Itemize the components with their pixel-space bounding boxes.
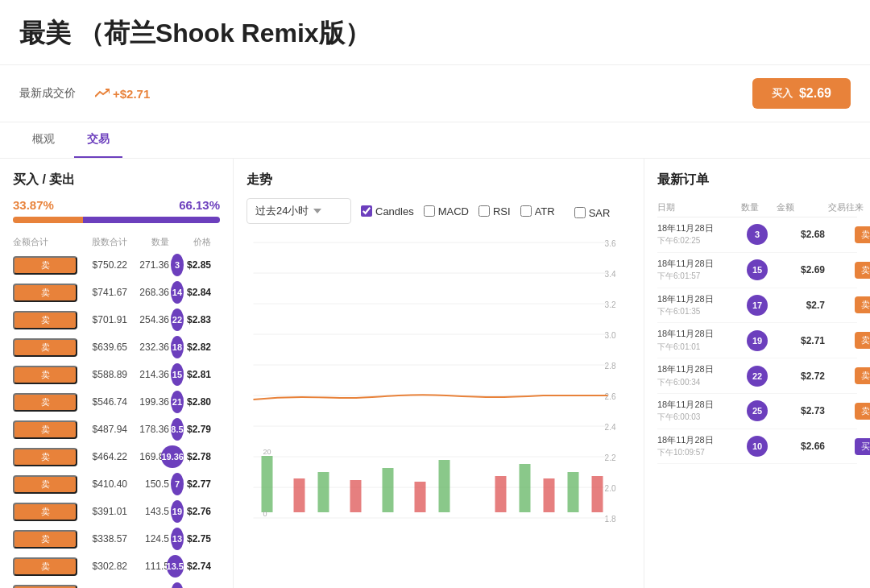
order-date: 18年11月28日下午6:01:01 (657, 328, 738, 353)
svg-text:2.8: 2.8 (605, 362, 616, 371)
order-date: 18年11月28日下午6:00:03 (657, 399, 738, 424)
sell-badge[interactable]: 卖 (13, 311, 77, 329)
table-row: 卖 $391.01 143.5 19 $2.76 (13, 498, 220, 525)
amount-cell: $464.22 (79, 451, 127, 462)
atr-checkbox[interactable]: ATR (520, 205, 555, 217)
price-cell: $2.75 (187, 533, 211, 545)
order-action-btn[interactable]: 卖 (855, 403, 870, 420)
order-date: 18年11月28日下午6:00:34 (657, 363, 738, 388)
shares-cell: 268.36 (129, 287, 169, 298)
price-label: 最新成交价 (19, 86, 76, 101)
table-row: 卖 $588.89 214.36 15 $2.81 (13, 361, 220, 388)
order-date: 18年11月28日下午6:02:25 (657, 222, 738, 247)
buy-sell-bar: 33.87% 66.13% (13, 198, 220, 223)
buy-button[interactable]: 买入 $2.69 (752, 78, 851, 109)
order-row: 18年11月28日下午6:01:35 17 $2.7 卖 (657, 288, 857, 324)
amount-cell: $546.74 (79, 396, 127, 408)
qty-badge: 19 (171, 500, 184, 523)
period-select[interactable]: 过去24小时 (246, 198, 351, 224)
qty-badge: 25 (171, 582, 184, 588)
svg-text:20: 20 (263, 448, 271, 456)
trend-panel: 走势 过去24小时 Candles MACD RSI ATR SAR (234, 159, 644, 588)
order-row: 18年11月28日下午6:00:03 25 $2.73 卖 (657, 394, 857, 429)
order-action-btn[interactable]: 卖 (855, 296, 870, 313)
table-row: 卖 $750.22 271.36 3 $2.85 (13, 251, 220, 279)
table-row: 卖 $487.94 178.36 8.5 $2.79 (13, 416, 220, 443)
sell-badge[interactable]: 卖 (13, 420, 77, 439)
amount-cell: $741.67 (79, 287, 127, 298)
order-action: 卖 (828, 226, 870, 243)
buy-pct: 66.13% (179, 198, 220, 212)
price-cell: $2.77 (187, 478, 211, 490)
order-qty: 15 (747, 259, 768, 280)
tab-trade[interactable]: 交易 (74, 122, 122, 158)
sell-badge[interactable]: 卖 (13, 338, 77, 357)
order-row: 18年11月28日下午6:01:01 19 $2.71 卖 (657, 323, 857, 358)
svg-rect-23 (439, 460, 450, 512)
main-content: 买入 / 卖出 33.87% 66.13% 金额合计 股数合计 数量 价格 卖 … (0, 159, 870, 588)
order-action-btn[interactable]: 卖 (855, 332, 870, 349)
order-action-btn[interactable]: 卖 (855, 226, 870, 243)
sell-badge[interactable]: 卖 (13, 503, 77, 521)
order-date: 18年11月28日下午6:01:57 (657, 258, 738, 283)
orders-header: 日期 数量 金额 交易往来 (657, 198, 857, 217)
svg-rect-28 (415, 482, 426, 512)
shares-cell: 150.5 (129, 478, 169, 490)
order-qty: 22 (747, 366, 768, 387)
order-date: 18年11月28日下午6:01:35 (657, 293, 738, 318)
price-value: +$2.71 (95, 87, 150, 101)
order-action-btn[interactable]: 卖 (855, 367, 870, 384)
macd-checkbox[interactable]: MACD (424, 205, 469, 217)
table-row: 卖 $546.74 199.36 21 $2.80 (13, 388, 220, 416)
trend-up-icon (95, 89, 110, 98)
order-row: 18年11月28日下午6:02:25 3 $2.68 卖 (657, 217, 857, 253)
svg-rect-21 (318, 472, 329, 512)
amount-cell: $701.91 (79, 314, 127, 325)
sell-badge[interactable]: 卖 (13, 475, 77, 494)
order-amount: $2.69 (777, 264, 825, 275)
svg-text:3.2: 3.2 (605, 300, 616, 309)
sell-badge[interactable]: 卖 (13, 557, 77, 576)
order-qty: 10 (747, 436, 768, 457)
candles-checkbox[interactable]: Candles (361, 205, 414, 217)
header: 最美 （荷兰Shook Remix版） 最新成交价 +$2.71 买入 $2.6… (0, 0, 870, 159)
sell-badge[interactable]: 卖 (13, 393, 77, 412)
shares-cell: 232.36 (129, 342, 169, 353)
svg-rect-25 (568, 472, 579, 512)
orders-table: 卖 $750.22 271.36 3 $2.85 卖 $741.67 268.3… (13, 251, 220, 588)
orders-panel: 最新订单 日期 数量 金额 交易往来 18年11月28日下午6:02:25 3 … (644, 159, 870, 588)
sell-badge[interactable]: 卖 (13, 284, 77, 302)
svg-text:0: 0 (263, 510, 267, 518)
order-action-btn[interactable]: 卖 (855, 262, 870, 279)
svg-text:3.4: 3.4 (605, 270, 616, 279)
buy-sell-title: 买入 / 卖出 (13, 172, 220, 188)
sell-badge[interactable]: 卖 (13, 366, 77, 384)
order-amount: $2.68 (777, 229, 825, 240)
order-qty: 3 (747, 224, 768, 245)
sar-checkbox[interactable]: SAR (574, 207, 611, 219)
sell-badge[interactable]: 卖 (13, 530, 77, 549)
shares-cell: 271.36 (129, 259, 169, 271)
trend-title: 走势 (246, 172, 631, 188)
sell-badge[interactable]: 卖 (13, 256, 77, 275)
order-amount: $2.66 (777, 441, 825, 452)
sell-badge[interactable]: 卖 (13, 448, 77, 466)
price-bar: 最新成交价 +$2.71 买入 $2.69 (0, 65, 870, 122)
tab-overview[interactable]: 概观 (19, 122, 68, 158)
sell-bar (13, 217, 83, 223)
svg-rect-22 (383, 468, 394, 512)
svg-rect-20 (262, 456, 273, 512)
order-action-btn[interactable]: 买 (855, 438, 870, 455)
page-title: 最美 （荷兰Shook Remix版） (19, 16, 851, 52)
price-cell: $2.74 (187, 561, 211, 572)
price-cell: $2.83 (187, 314, 211, 325)
order-amount: $2.7 (777, 300, 825, 311)
amount-cell: $487.94 (79, 424, 127, 435)
svg-text:2.2: 2.2 (605, 453, 616, 462)
svg-rect-26 (294, 478, 305, 512)
shares-cell: 214.36 (129, 369, 169, 380)
qty-badge: 13.5 (167, 555, 184, 578)
chevron-down-icon (313, 209, 321, 213)
sell-badge[interactable]: 卖 (13, 585, 77, 589)
rsi-checkbox[interactable]: RSI (478, 205, 511, 217)
